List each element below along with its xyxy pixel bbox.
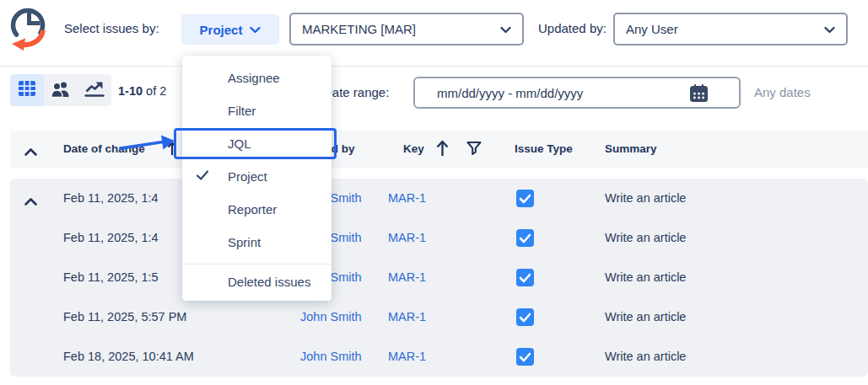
table-view-button[interactable]: [10, 74, 44, 106]
trend-chart-icon: [84, 80, 105, 100]
select-by-value: Project: [200, 23, 243, 37]
issue-summary: Write an article: [605, 191, 686, 205]
change-date: Feb 11, 2025, 5:57 PM: [63, 310, 186, 324]
calendar-icon[interactable]: [689, 83, 709, 106]
change-date: Feb 18, 2025, 10:41 AM: [63, 350, 194, 363]
collapse-all-chevron-icon[interactable]: [24, 145, 38, 160]
toolbar-divider: [0, 66, 868, 67]
issue-summary: Write an article: [605, 270, 686, 284]
issue-summary: Write an article: [605, 310, 686, 324]
issue-key-link[interactable]: MAR-1: [388, 350, 426, 363]
change-date: Feb 11, 2025, 1:4: [63, 231, 159, 244]
updated-by-label: Updated by:: [538, 21, 607, 35]
menu-item-sprint[interactable]: Sprint: [182, 226, 332, 259]
table-row[interactable]: Feb 11, 2025, 1:4 John Smith MAR-1 Write…: [10, 218, 868, 258]
menu-item-jql[interactable]: JQL: [182, 127, 332, 160]
users-icon: [51, 80, 71, 101]
checkmark-icon: [196, 169, 209, 184]
menu-item-deleted-issues[interactable]: Deleted issues: [182, 267, 332, 296]
column-header-date-of-change[interactable]: Date of change: [63, 142, 145, 155]
table-grid-icon: [19, 81, 35, 99]
change-date: Feb 11, 2025, 1:4: [63, 191, 159, 205]
user-select-value: Any User: [626, 22, 678, 36]
issue-key-link[interactable]: MAR-1: [388, 270, 426, 284]
project-select-value: MARKETING [MAR]: [302, 22, 416, 36]
key-filter-funnel-icon[interactable]: [466, 140, 483, 160]
table-row[interactable]: Feb 11, 2025, 1:5 John Smith MAR-1 Write…: [10, 258, 868, 297]
select-by-dropdown-menu: Assignee Filter JQL Project Reporter Spr…: [182, 56, 332, 301]
updated-by-user-link[interactable]: John Smith: [300, 350, 362, 363]
chevron-down-icon: [824, 22, 835, 37]
key-sort-arrow-icon[interactable]: [435, 138, 450, 162]
pagination-status: 1-10 of 2: [118, 84, 166, 98]
issue-type-task-icon: [516, 190, 534, 207]
issue-key-link[interactable]: MAR-1: [388, 231, 426, 244]
column-header-issue-type[interactable]: Issue Type: [515, 142, 573, 155]
date-sort-arrow-icon[interactable]: [166, 140, 178, 160]
issue-summary: Write an article: [605, 350, 686, 363]
table-row[interactable]: Feb 11, 2025, 1:4 John Smith MAR-1 Write…: [10, 179, 868, 218]
users-view-button[interactable]: [44, 74, 78, 106]
column-header-key[interactable]: Key: [403, 142, 424, 155]
menu-item-reporter[interactable]: Reporter: [182, 193, 332, 226]
issue-summary: Write an article: [605, 231, 686, 244]
app-logo-clock-history-icon: [5, 3, 54, 51]
issue-key-link[interactable]: MAR-1: [388, 310, 426, 324]
menu-item-project[interactable]: Project: [182, 160, 332, 193]
project-select[interactable]: MARKETING [MAR]: [289, 13, 524, 45]
issue-type-task-icon: [516, 348, 534, 366]
menu-item-assignee[interactable]: Assignee: [182, 61, 332, 94]
chevron-down-icon: [500, 22, 511, 37]
change-date: Feb 11, 2025, 1:5: [63, 270, 159, 284]
chevron-down-icon: [250, 22, 261, 37]
issue-type-task-icon: [516, 269, 534, 286]
menu-item-filter[interactable]: Filter: [182, 94, 332, 127]
collapse-group-chevron-icon[interactable]: [24, 195, 38, 210]
select-by-dropdown-button[interactable]: Project: [181, 14, 279, 45]
chart-view-button[interactable]: [78, 74, 111, 106]
table-row[interactable]: Feb 11, 2025, 5:57 PM John Smith MAR-1 W…: [10, 297, 868, 337]
issue-group-card: Feb 11, 2025, 1:4 John Smith MAR-1 Write…: [10, 179, 868, 377]
updated-by-user-link[interactable]: John Smith: [300, 310, 362, 324]
issue-history-app: Select issues by: Project MARKETING [MAR…: [0, 0, 868, 385]
column-header-summary[interactable]: Summary: [605, 142, 657, 155]
date-range-label: Date range:: [323, 85, 389, 99]
issue-type-task-icon: [516, 308, 534, 326]
table-row[interactable]: Feb 18, 2025, 10:41 AM John Smith MAR-1 …: [10, 337, 868, 377]
issue-key-link[interactable]: MAR-1: [388, 191, 426, 205]
issue-type-task-icon: [516, 229, 534, 247]
view-switcher: [10, 74, 111, 106]
table-header: Date of change Updated by Key Issue Type…: [10, 131, 868, 168]
select-issues-by-label: Select issues by:: [64, 21, 159, 35]
user-select[interactable]: Any User: [613, 13, 848, 45]
any-dates-label: Any dates: [754, 85, 811, 99]
pagination-suffix: of 2: [146, 84, 166, 98]
menu-separator: [182, 264, 332, 265]
pagination-range: 1-10: [118, 84, 143, 98]
